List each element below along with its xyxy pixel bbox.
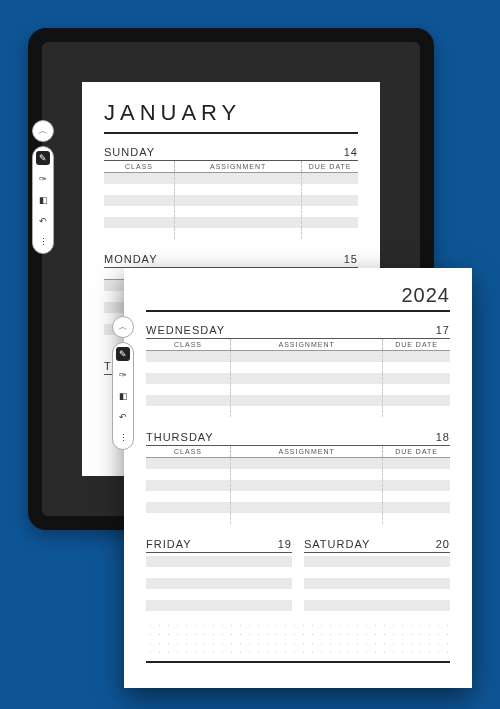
assignment-rows[interactable]: [104, 173, 358, 239]
title-divider: [146, 310, 450, 312]
column-headers: CLASS ASSIGNMENT DUE DATE: [146, 446, 450, 458]
col-assignment: ASSIGNMENT: [231, 446, 383, 457]
title-divider: [104, 132, 358, 134]
pen-icon: ✎: [39, 153, 47, 163]
table-row[interactable]: [146, 458, 450, 469]
col-class: CLASS: [146, 446, 231, 457]
assignment-rows[interactable]: [146, 351, 450, 417]
undo-icon: ↶: [119, 412, 127, 422]
table-row[interactable]: [104, 173, 358, 184]
day-name: MONDAY: [104, 253, 157, 265]
column-headers: CLASS ASSIGNMENT DUE DATE: [104, 161, 358, 173]
day-date: 14: [344, 146, 358, 158]
brush-icon: ✑: [39, 174, 47, 184]
day-block: THURSDAY 18 CLASS ASSIGNMENT DUE DATE: [146, 431, 450, 524]
col-due-date: DUE DATE: [383, 339, 450, 350]
day-name: WEDNESDAY: [146, 324, 225, 336]
year-title: 2024: [146, 284, 450, 307]
planner-page-front: 2024 WEDNESDAY 17 CLASS ASSIGNMENT DUE D…: [124, 268, 472, 688]
note-lines[interactable]: [304, 556, 450, 611]
half-day-row: FRIDAY 19 SATURDAY 20: [146, 538, 450, 611]
day-header: SATURDAY 20: [304, 538, 450, 553]
pen-icon: ✎: [119, 349, 127, 359]
day-name: THURSDAY: [146, 431, 214, 443]
assignment-rows[interactable]: [146, 458, 450, 524]
eraser-tool[interactable]: ◧: [116, 389, 130, 403]
day-block-half: FRIDAY 19: [146, 538, 292, 611]
collapse-button[interactable]: ︿: [32, 120, 54, 142]
brush-tool[interactable]: ✑: [36, 172, 50, 186]
day-name: SATURDAY: [304, 538, 370, 550]
day-block-half: SATURDAY 20: [304, 538, 450, 611]
table-row[interactable]: [146, 351, 450, 362]
table-row[interactable]: [146, 491, 450, 502]
day-date: 17: [436, 324, 450, 336]
brush-tool[interactable]: ✑: [116, 368, 130, 382]
chevron-up-icon: ︿: [38, 124, 48, 138]
table-row[interactable]: [104, 195, 358, 206]
day-header: WEDNESDAY 17: [146, 324, 450, 339]
table-row[interactable]: [146, 469, 450, 480]
pen-tool[interactable]: ✎: [116, 347, 130, 361]
day-date: 19: [278, 538, 292, 550]
table-row[interactable]: [146, 395, 450, 406]
day-name: FRIDAY: [146, 538, 192, 550]
table-row[interactable]: [146, 406, 450, 417]
dot-grid[interactable]: [146, 621, 450, 655]
col-class: CLASS: [104, 161, 175, 172]
day-name: SUNDAY: [104, 146, 155, 158]
table-row[interactable]: [146, 384, 450, 395]
undo-tool[interactable]: ↶: [36, 214, 50, 228]
tool-palette: ✎ ✑ ◧ ↶ ⋮: [112, 342, 134, 450]
day-header: THURSDAY 18: [146, 431, 450, 446]
table-row[interactable]: [104, 217, 358, 228]
day-date: 15: [344, 253, 358, 265]
col-due-date: DUE DATE: [302, 161, 358, 172]
table-row[interactable]: [104, 184, 358, 195]
day-block: WEDNESDAY 17 CLASS ASSIGNMENT DUE DATE: [146, 324, 450, 417]
more-tool[interactable]: ⋮: [36, 235, 50, 249]
col-assignment: ASSIGNMENT: [231, 339, 383, 350]
day-block: SUNDAY 14 CLASS ASSIGNMENT DUE DATE: [104, 146, 358, 239]
note-lines[interactable]: [146, 556, 292, 611]
col-class: CLASS: [146, 339, 231, 350]
footer-divider: [146, 661, 450, 663]
day-date: 18: [436, 431, 450, 443]
col-due-date: DUE DATE: [383, 446, 450, 457]
day-header: MONDAY 15: [104, 253, 358, 268]
more-icon: ⋮: [39, 237, 48, 247]
chevron-up-icon: ︿: [118, 320, 128, 334]
month-title: JANUARY: [104, 100, 358, 126]
eraser-tool[interactable]: ◧: [36, 193, 50, 207]
tablet-toolbar: ︿ ✎ ✑ ◧ ↶ ⋮: [32, 120, 54, 254]
brush-icon: ✑: [119, 370, 127, 380]
day-date: 20: [436, 538, 450, 550]
table-row[interactable]: [104, 228, 358, 239]
day-header: SUNDAY 14: [104, 146, 358, 161]
tool-palette: ✎ ✑ ◧ ↶ ⋮: [32, 146, 54, 254]
table-row[interactable]: [146, 502, 450, 513]
table-row[interactable]: [146, 513, 450, 524]
table-row[interactable]: [146, 362, 450, 373]
eraser-icon: ◧: [39, 195, 48, 205]
eraser-icon: ◧: [119, 391, 128, 401]
table-row[interactable]: [146, 480, 450, 491]
table-row[interactable]: [104, 206, 358, 217]
day-header: FRIDAY 19: [146, 538, 292, 553]
more-icon: ⋮: [119, 433, 128, 443]
pen-tool[interactable]: ✎: [36, 151, 50, 165]
column-headers: CLASS ASSIGNMENT DUE DATE: [146, 339, 450, 351]
undo-tool[interactable]: ↶: [116, 410, 130, 424]
page-toolbar: ︿ ✎ ✑ ◧ ↶ ⋮: [112, 316, 134, 450]
more-tool[interactable]: ⋮: [116, 431, 130, 445]
undo-icon: ↶: [39, 216, 47, 226]
col-assignment: ASSIGNMENT: [175, 161, 302, 172]
collapse-button[interactable]: ︿: [112, 316, 134, 338]
table-row[interactable]: [146, 373, 450, 384]
